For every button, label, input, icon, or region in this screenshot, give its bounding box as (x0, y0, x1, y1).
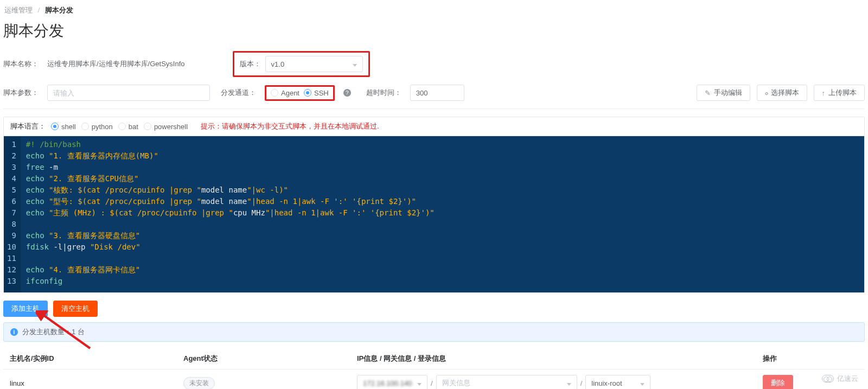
row-params: 脚本参数： 分发通道： Agent SSH ? 超时时间： 手动编辑 选择脚本 (3, 85, 865, 101)
code-icon (765, 89, 768, 97)
breadcrumb-separator: / (38, 6, 40, 14)
pencil-icon (705, 89, 711, 97)
radio-powershell[interactable]: powershell (144, 123, 188, 131)
host-table: 主机名/实例ID Agent状态 IP信息 / 网关信息 / 登录信息 操作 l… (3, 348, 865, 389)
upload-script-button[interactable]: 上传脚本 (814, 85, 865, 101)
watermark-text: 亿速云 (837, 374, 858, 384)
slash-separator: / (580, 379, 583, 387)
editor-panel: 脚本语言： shell python bat powershell 提示：请确保… (3, 117, 865, 293)
slash-separator: / (431, 379, 433, 387)
editor-header: 脚本语言： shell python bat powershell 提示：请确保… (4, 117, 864, 136)
info-strip: i 分发主机数量：1 台 (3, 322, 865, 342)
script-lang-label: 脚本语言： (10, 122, 46, 131)
chevron-down-icon (640, 383, 644, 386)
table-row: linux 未安装 172.16.100.140 / 网关信息 (3, 369, 865, 390)
row-script-name: 脚本名称： 运维专用脚本库/运维专用脚本库/GetSysInfo 版本： v1.… (3, 51, 865, 77)
host-actions: 添加主机 清空主机 (3, 301, 865, 317)
help-icon[interactable]: ? (343, 89, 351, 97)
cell-host: linux (3, 369, 177, 390)
table-header-row: 主机名/实例ID Agent状态 IP信息 / 网关信息 / 登录信息 操作 (3, 348, 865, 369)
version-value: v1.0 (271, 60, 285, 68)
radio-shell-label: shell (61, 123, 76, 131)
radio-python-label: python (92, 123, 113, 131)
gateway-select[interactable]: 网关信息 (436, 375, 577, 389)
watermark: 亿速云 (822, 374, 858, 384)
script-name-value: 运维专用脚本库/运维专用脚本库/GetSysInfo (47, 59, 185, 69)
dispatch-channel-highlight: Agent SSH (265, 85, 335, 101)
clear-hosts-button[interactable]: 清空主机 (53, 301, 98, 317)
select-script-button[interactable]: 选择脚本 (757, 85, 807, 101)
version-label: 版本： (240, 59, 261, 69)
th-ip: IP信息 / 网关信息 / 登录信息 (350, 348, 756, 369)
cell-ip: 172.16.100.140 / 网关信息 / linuix-root (350, 369, 756, 390)
script-params-input[interactable] (47, 85, 210, 101)
version-select[interactable]: v1.0 (265, 56, 363, 72)
th-agent: Agent状态 (177, 348, 350, 369)
script-params-label: 脚本参数： (3, 88, 39, 98)
watermark-logo-icon (822, 375, 834, 382)
delete-label: 删除 (771, 378, 785, 388)
info-text: 分发主机数量：1 台 (22, 327, 85, 337)
th-op: 操作 (756, 348, 865, 369)
chevron-down-icon (417, 383, 422, 386)
radio-powershell-label: powershell (154, 123, 188, 131)
radio-ssh-label: SSH (314, 89, 329, 97)
chevron-down-icon (353, 64, 357, 67)
radio-shell[interactable]: shell (51, 123, 76, 131)
hint: 提示：请确保脚本为非交互式脚本，并且在本地调试通过. (201, 122, 379, 131)
radio-bat[interactable]: bat (118, 123, 138, 131)
radio-ssh[interactable]: SSH (304, 89, 329, 97)
dispatch-channel-label: 分发通道： (221, 88, 256, 98)
page-title: 脚本分发 (3, 21, 865, 41)
editor-gutter: 12345678910111213 (4, 137, 21, 292)
login-select[interactable]: linuix-root (585, 375, 650, 389)
version-highlight: 版本： v1.0 (233, 51, 370, 77)
radio-python[interactable]: python (81, 123, 113, 131)
add-host-label: 添加主机 (11, 304, 40, 314)
breadcrumb-parent[interactable]: 运维管理 (4, 6, 33, 14)
radio-agent-label: Agent (281, 89, 299, 97)
cell-agent: 未安装 (177, 369, 350, 390)
agent-status-badge: 未安装 (183, 377, 215, 390)
right-toolbar: 手动编辑 选择脚本 上传脚本 (697, 85, 865, 101)
manual-edit-button[interactable]: 手动编辑 (697, 85, 750, 101)
delete-button[interactable]: 删除 (763, 375, 793, 389)
code-editor[interactable]: 12345678910111213 #! /bin/bash echo "1. … (4, 136, 864, 292)
breadcrumb-current: 脚本分发 (45, 6, 73, 14)
clear-hosts-label: 清空主机 (61, 304, 90, 314)
ip-value: 172.16.100.140 (363, 379, 412, 387)
hint-label: 提示： (201, 122, 222, 130)
divider (3, 109, 865, 109)
gateway-placeholder: 网关信息 (442, 378, 470, 388)
timeout-label: 超时时间： (366, 88, 401, 98)
radio-agent[interactable]: Agent (271, 89, 299, 97)
chevron-down-icon (567, 383, 571, 386)
upload-icon (822, 89, 826, 97)
breadcrumb: 运维管理 / 脚本分发 (3, 4, 865, 18)
script-name-label: 脚本名称： (3, 59, 39, 69)
timeout-input[interactable] (410, 85, 464, 101)
login-value: linuix-root (591, 379, 622, 387)
th-host: 主机名/实例ID (3, 348, 177, 369)
hint-text: 请确保脚本为非交互式脚本，并且在本地调试通过. (222, 122, 379, 130)
select-script-label: 选择脚本 (771, 88, 799, 98)
editor-code[interactable]: #! /bin/bash echo "1. 查看服务器内存信息(MB)" fre… (21, 137, 440, 292)
manual-edit-label: 手动编辑 (714, 88, 742, 98)
ip-select[interactable]: 172.16.100.140 (357, 375, 427, 389)
info-icon: i (10, 328, 18, 336)
upload-script-label: 上传脚本 (828, 88, 857, 98)
add-host-button[interactable]: 添加主机 (3, 301, 48, 317)
radio-bat-label: bat (129, 123, 138, 131)
